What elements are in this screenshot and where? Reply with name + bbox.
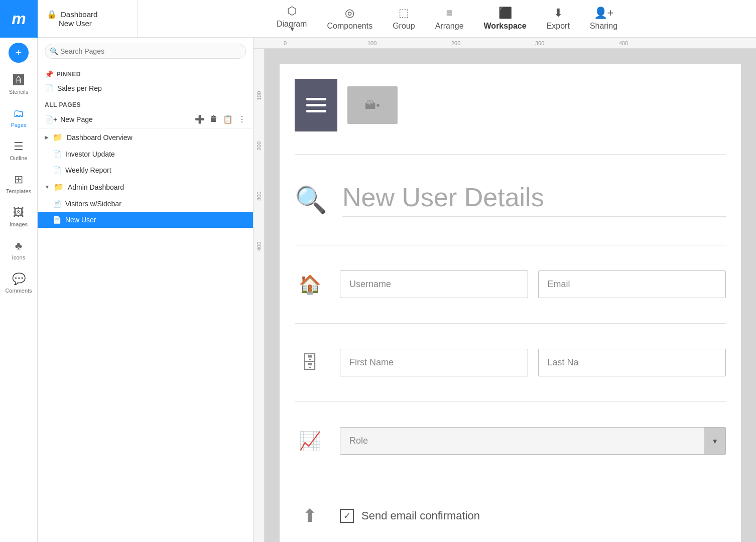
outline-icon: ☰ [14, 140, 24, 153]
page-investor-update[interactable]: 📄 Investor Update [38, 146, 253, 162]
wf-email-field[interactable]: Email [538, 270, 726, 298]
more-options-icon[interactable]: ⋮ [238, 114, 246, 124]
search-input[interactable] [45, 44, 246, 59]
wf-name-fields: Username Email [340, 270, 726, 298]
workspace-label: Workspace [484, 22, 527, 31]
sidebar-item-stencils[interactable]: 🅰 Stencils [0, 68, 37, 101]
page-name: Admin Dashboard [68, 183, 124, 191]
icons-label: Icons [12, 254, 25, 260]
page-icon: 📄 [53, 216, 61, 224]
new-page-icon: 📄+ [45, 115, 57, 123]
image-icon: 🏔• [365, 99, 380, 112]
pin-icon: 📌 [45, 70, 54, 78]
canvas-content: 100 200 300 400 [254, 49, 756, 542]
folder-icon: 📁 [53, 132, 63, 142]
ruler-mark-200: 200 [451, 40, 535, 46]
wf-role-select[interactable]: Role ▼ [340, 427, 726, 455]
wf-username-field[interactable]: Username [340, 270, 528, 298]
page-visitors-sidebar[interactable]: 📄 Visitors w/Sidebar [38, 196, 253, 212]
sidebar-item-templates[interactable]: ⊞ Templates [0, 167, 37, 200]
header-divider [295, 154, 726, 155]
all-pages-header: ALL PAGES [38, 96, 253, 110]
sidebar-item-images[interactable]: 🖼 Images [0, 200, 37, 233]
export-button[interactable]: ⬇ Export [537, 3, 580, 35]
wf-page-title: New User Details [342, 182, 726, 217]
diagram-icon: ⬡ [287, 5, 297, 18]
group-button[interactable]: ⬚ Group [383, 3, 425, 35]
ruler-left: 100 200 300 400 [254, 49, 265, 542]
page-toolbar-icons: ➕ 🗑 📋 ⋮ [195, 114, 246, 124]
doc-title: Dashboard [61, 10, 97, 19]
new-page-label: New Page [60, 115, 93, 123]
sidebar-item-comments[interactable]: 💬 Comments [0, 266, 37, 300]
ruler-mark-400: 400 [619, 40, 703, 46]
group-icon: ⬚ [399, 7, 409, 20]
page-name: Investor Update [65, 150, 115, 158]
new-page-button[interactable]: 📄+ New Page [45, 115, 191, 123]
diagram-dropdown-arrow: ▼ [289, 26, 295, 33]
topbar: m 🔒 Dashboard New User ⬡ Diagram ▼ ◎ Com… [0, 0, 756, 38]
page-admin-dashboard[interactable]: ▼ 📁 Admin Dashboard [38, 178, 253, 196]
wf-role-row: 📈 Role ▼ [295, 420, 726, 462]
wf-firstname-field[interactable]: First Name [340, 349, 528, 376]
canvas-main[interactable]: 🏔• 🔍 New User Details 🏠 [265, 49, 756, 542]
sharing-button[interactable]: 👤+ Sharing [580, 3, 627, 35]
wf-header: 🏔• [295, 79, 726, 131]
ruler-mark-100: 100 [367, 40, 451, 46]
new-page-toolbar: 📄+ New Page ➕ 🗑 📋 ⋮ [38, 110, 253, 128]
delete-page-icon[interactable]: 🗑 [210, 114, 218, 124]
search-bar: 🔍 [38, 38, 253, 65]
components-label: Components [327, 22, 372, 31]
page-weekly-report[interactable]: 📄 Weekly Report [38, 162, 253, 178]
app-logo[interactable]: m [0, 0, 38, 38]
wf-checkbox-row: ⬆ ✓ Send email confirmation [295, 498, 726, 534]
folder-icon: 📁 [54, 182, 64, 192]
canvas-area: 0 100 200 300 400 100 200 300 400 [254, 38, 756, 542]
group-label: Group [393, 22, 415, 31]
wf-upload-icon: ⬆ [295, 505, 325, 526]
page-icon: 📄 [45, 84, 53, 92]
row-divider-1 [295, 323, 726, 324]
pages-icon: 🗂 [13, 107, 24, 120]
canvas-page: 🏔• 🔍 New User Details 🏠 [280, 64, 741, 542]
wf-menu-block [295, 79, 337, 131]
duplicate-page-icon[interactable]: 📋 [223, 114, 233, 124]
add-page-icon[interactable]: ➕ [195, 114, 205, 124]
templates-icon: ⊞ [14, 173, 23, 186]
pinned-page-sales[interactable]: 📄 Sales per Rep [38, 80, 253, 96]
ruler-mark-300: 300 [535, 40, 619, 46]
components-button[interactable]: ◎ Components [317, 3, 383, 35]
main-content: + 🅰 Stencils 🗂 Pages ☰ Outline ⊞ Templat… [0, 38, 756, 542]
icons-icon: ♣ [15, 239, 22, 252]
wf-checkbox-label: Send email confirmation [361, 509, 480, 522]
wf-checkbox[interactable]: ✓ [340, 509, 354, 523]
wf-search-icon: 🔍 [295, 185, 327, 215]
pinned-page-name: Sales per Rep [57, 84, 102, 92]
sidebar-item-icons[interactable]: ♣ Icons [0, 233, 37, 266]
comments-label: Comments [5, 288, 32, 294]
arrange-button[interactable]: ≡ Arrange [425, 3, 474, 35]
workspace-button[interactable]: ⬛ Workspace [474, 3, 537, 35]
ruler-marks: 0 100 200 300 400 [259, 40, 703, 46]
sidebar-item-outline[interactable]: ☰ Outline [0, 134, 37, 167]
wf-database-icon: 🗄 [295, 352, 325, 373]
row-divider-2 [295, 401, 726, 402]
wf-menu-lines [306, 98, 326, 112]
sidebar-item-pages[interactable]: 🗂 Pages [0, 101, 37, 134]
wf-menu-line-1 [306, 98, 326, 100]
wf-lastname-field[interactable]: Last Na [538, 349, 726, 376]
wf-image-placeholder: 🏔• [347, 86, 398, 124]
page-dashboard-overview[interactable]: ▶ 📁 Dashboard Overview [38, 128, 253, 146]
lock-icon: 🔒 [47, 10, 57, 19]
title-divider [295, 245, 726, 245]
stencils-icon: 🅰 [13, 74, 24, 87]
diagram-button[interactable]: ⬡ Diagram ▼ [267, 1, 317, 37]
wf-title-section: 🔍 New User Details [295, 172, 726, 227]
page-new-user[interactable]: 📄 New User [38, 212, 253, 228]
add-button[interactable]: + [9, 43, 29, 63]
page-name: New User [65, 216, 96, 224]
expand-chevron: ▼ [45, 184, 50, 190]
ruler-mark-v-200: 200 [256, 101, 262, 152]
arrange-label: Arrange [435, 22, 464, 31]
page-icon: 📄 [53, 200, 61, 208]
